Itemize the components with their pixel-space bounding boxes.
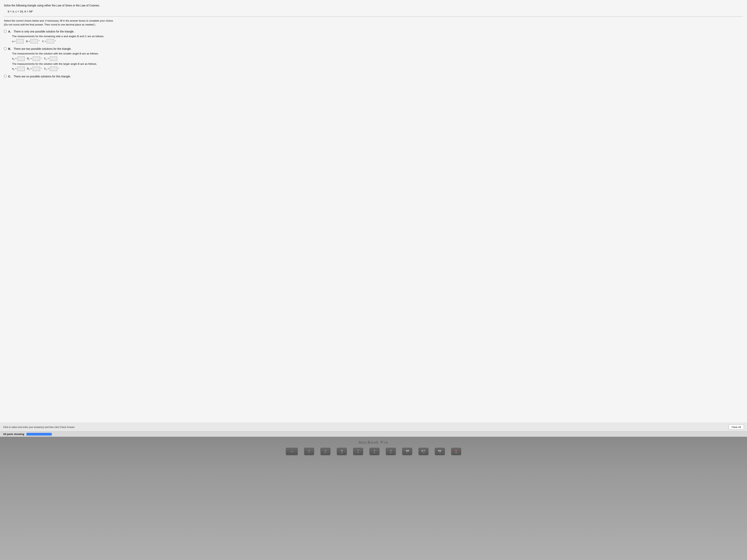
macbook-bezel: MacBook Pro esc ☀ F1 ☀ F2 ⊞ F3 ⠿ F4	[0, 437, 747, 560]
B2-group: B2 ≈ °	[27, 67, 42, 71]
a2-label: a2 ≈	[12, 67, 17, 71]
radio-a[interactable]	[4, 30, 7, 33]
option-c-block: C. There are no possible solutions for t…	[4, 75, 743, 79]
B1-group: B1 ≈ °	[27, 57, 42, 61]
B-input[interactable]	[30, 39, 38, 43]
progress-bar	[26, 433, 52, 435]
option-b-inputs-1: a1 ≈ B1 ≈ ° C1 ≈	[12, 57, 743, 61]
brightness-down-icon: ☀	[308, 449, 310, 452]
option-a-sub1: The measurements for the remaining side …	[12, 34, 743, 38]
C1-label: C1 ≈	[44, 57, 49, 61]
content-area: Solve the following triangle using eithe…	[0, 0, 747, 423]
C2-label: C2 ≈	[44, 67, 49, 71]
app-window: Solve the following triangle using eithe…	[0, 0, 747, 437]
C-label: C ≈	[42, 39, 46, 43]
a1-label: a1 ≈	[12, 57, 17, 61]
option-b-inputs-2: a2 ≈ B2 ≈ ° C2 ≈ °	[12, 67, 743, 71]
a-label: a ≈	[12, 39, 16, 43]
B1-label: B1 ≈	[27, 57, 32, 61]
f5-key[interactable]: ✦ F5	[369, 448, 379, 455]
C2-degree: °	[58, 67, 59, 71]
B2-degree: °	[41, 67, 42, 71]
mute-icon: 🔇	[455, 449, 458, 452]
f10-key[interactable]: 🔇 F10	[451, 448, 461, 455]
macbook-brand: MacBook Pro	[359, 440, 388, 445]
f3-key[interactable]: ⊞ F3	[337, 448, 347, 455]
rewind-icon: ◀◀	[406, 449, 409, 452]
a-input[interactable]	[16, 39, 24, 43]
radio-b[interactable]	[4, 47, 7, 50]
brightness-up-icon: ☀	[325, 449, 327, 452]
C-degree: °	[55, 39, 56, 43]
keyboard-backlight-up-icon: ✦	[390, 449, 392, 452]
option-b-sub2: The measurements for the solution with t…	[12, 62, 743, 66]
f1-key[interactable]: ☀ F1	[304, 448, 314, 455]
a1-group: a1 ≈	[12, 57, 25, 61]
C2-input[interactable]	[50, 67, 57, 71]
C1-input[interactable]	[50, 57, 57, 61]
B2-label: B2 ≈	[27, 67, 32, 71]
play-pause-icon: ▶⏸	[422, 449, 426, 452]
f6-key[interactable]: ✦ F6	[386, 448, 396, 455]
a1-input[interactable]	[17, 57, 25, 61]
status-bar: All parts showing	[0, 431, 747, 437]
C1-group: C1 ≈	[44, 57, 57, 61]
C-input[interactable]	[47, 39, 54, 43]
option-c-row: C. There are no possible solutions for t…	[4, 75, 743, 79]
f2-key[interactable]: ☀ F2	[320, 448, 330, 455]
a2-input[interactable]	[17, 67, 25, 71]
keyboard-area: esc ☀ F1 ☀ F2 ⊞ F3 ⠿ F4 ✦ F5	[0, 448, 747, 455]
selection-instructions: Select the correct choice below and, if …	[4, 19, 743, 26]
divider	[4, 16, 743, 17]
B-degree: °	[39, 39, 40, 43]
f4-key[interactable]: ⠿ F4	[353, 448, 363, 455]
click-instructions: Click to select and enter your answer(s)…	[3, 426, 726, 429]
keyboard-backlight-down-icon: ✦	[374, 449, 376, 452]
f8-key[interactable]: ▶⏸ F8	[419, 448, 428, 455]
given-values: b = 4, c = 16, A = 58°	[8, 9, 743, 14]
B2-input[interactable]	[33, 67, 40, 71]
clear-all-button[interactable]: Clear All	[729, 424, 744, 430]
option-a-inputs: a ≈ B ≈ ° C ≈ °	[12, 39, 743, 43]
B1-degree: °	[41, 57, 42, 60]
launchpad-icon: ⠿	[357, 449, 359, 452]
all-parts-label: All parts showing	[3, 433, 24, 435]
option-b-row: B. There are two possible solutions for …	[4, 47, 743, 51]
f7-key[interactable]: ◀◀ F7	[402, 448, 412, 455]
B-label: B ≈	[26, 39, 30, 43]
B-group: B ≈ °	[26, 39, 40, 43]
option-b-sub1: The measurements for the solution with t…	[12, 52, 743, 56]
option-b-block: B. There are two possible solutions for …	[4, 47, 743, 71]
fast-forward-icon: ▶▶	[438, 449, 441, 452]
option-a-row: A. There is only one possible solution f…	[4, 30, 743, 34]
bottom-bar: Click to select and enter your answer(s)…	[0, 423, 747, 431]
f9-key[interactable]: ▶▶ F9	[435, 448, 445, 455]
a-group: a ≈	[12, 39, 24, 43]
problem-instruction: Solve the following triangle using eithe…	[4, 3, 743, 7]
C2-group: C2 ≈ °	[44, 67, 59, 71]
C-group: C ≈ °	[42, 39, 56, 43]
fn-key-row: esc ☀ F1 ☀ F2 ⊞ F3 ⠿ F4 ✦ F5	[286, 448, 461, 455]
B1-input[interactable]	[33, 57, 40, 61]
a2-group: a2 ≈	[12, 67, 25, 71]
mission-control-icon: ⊞	[341, 449, 343, 452]
radio-c[interactable]	[4, 75, 7, 78]
option-a-block: A. There is only one possible solution f…	[4, 30, 743, 43]
esc-key[interactable]: esc	[286, 448, 298, 455]
